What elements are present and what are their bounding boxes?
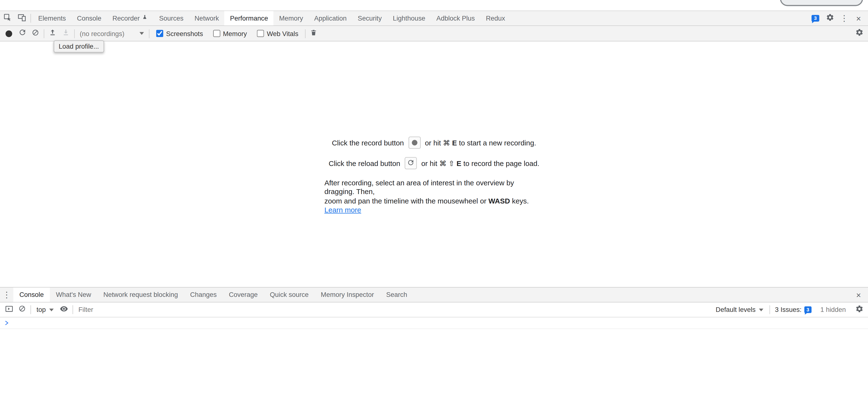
- wasd-keys-text: WASD: [489, 197, 510, 205]
- tab-label: Memory Inspector: [321, 291, 374, 299]
- clear-recordings-button[interactable]: [29, 27, 42, 40]
- tab-adblock-plus[interactable]: Adblock Plus: [431, 11, 480, 25]
- load-profile-button[interactable]: [46, 27, 59, 40]
- key-glyph: E: [457, 159, 461, 167]
- capture-settings-button[interactable]: [852, 27, 866, 40]
- tab-sources[interactable]: Sources: [154, 11, 189, 25]
- tab-memory[interactable]: Memory: [274, 11, 309, 25]
- inspect-element-button[interactable]: [0, 11, 14, 25]
- console-sidebar-button[interactable]: [2, 303, 16, 316]
- clear-console-button[interactable]: [16, 303, 29, 316]
- tab-label: Elements: [38, 14, 66, 22]
- more-options-button[interactable]: ⋮: [837, 11, 851, 25]
- overflow-dots-icon: ⋮: [2, 290, 11, 300]
- inline-record-button[interactable]: [408, 137, 421, 149]
- inline-reload-button[interactable]: [405, 157, 417, 169]
- checkbox-label: Web Vitals: [267, 30, 299, 37]
- divider: [305, 29, 305, 38]
- drawer-tab-whats-new[interactable]: What's New: [50, 288, 97, 302]
- issues-bubble-icon: 3: [812, 15, 819, 22]
- console-filter-input[interactable]: [74, 306, 711, 313]
- learn-more-link[interactable]: Learn more: [324, 206, 361, 214]
- device-toolbar-button[interactable]: [14, 11, 29, 25]
- context-value: top: [37, 306, 46, 313]
- tab-label: Application: [314, 14, 347, 22]
- hidden-messages-label: 1 hidden: [820, 306, 846, 313]
- record-and-reload-button[interactable]: [16, 27, 29, 40]
- hint-text: Click the reload button: [329, 159, 400, 167]
- drawer-tab-console[interactable]: Console: [13, 288, 50, 302]
- screenshots-checkbox[interactable]: [156, 30, 163, 37]
- tab-label: Performance: [230, 14, 268, 22]
- tab-network[interactable]: Network: [189, 11, 224, 25]
- tab-security[interactable]: Security: [352, 11, 387, 25]
- tab-label: Adblock Plus: [436, 14, 475, 22]
- experiment-flask-icon: [142, 14, 148, 22]
- drawer-tab-quick-source[interactable]: Quick source: [264, 288, 315, 302]
- tab-console[interactable]: Console: [71, 11, 107, 25]
- memory-checkbox-group[interactable]: Memory: [213, 30, 247, 37]
- tab-performance[interactable]: Performance: [224, 11, 274, 25]
- drawer-tab-changes[interactable]: Changes: [184, 288, 223, 302]
- issues-bubble-icon: 3: [804, 306, 812, 313]
- log-levels-select[interactable]: Default levels: [711, 306, 768, 313]
- drawer-tab-coverage[interactable]: Coverage: [223, 288, 264, 302]
- browser-strip: [0, 0, 868, 10]
- tab-lighthouse[interactable]: Lighthouse: [387, 11, 431, 25]
- close-icon: ×: [856, 290, 861, 300]
- issues-count: 3: [806, 307, 809, 313]
- divider: [31, 14, 31, 23]
- block-icon: [18, 305, 26, 314]
- settings-button[interactable]: [823, 11, 837, 25]
- tab-application[interactable]: Application: [309, 11, 352, 25]
- drawer-tab-network-request-blocking[interactable]: Network request blocking: [97, 288, 184, 302]
- trash-icon: [310, 29, 317, 38]
- javascript-context-select[interactable]: top: [33, 306, 57, 313]
- web-vitals-checkbox[interactable]: [257, 30, 264, 37]
- web-vitals-checkbox-group[interactable]: Web Vitals: [257, 30, 299, 37]
- close-drawer-button[interactable]: ×: [852, 288, 865, 302]
- close-devtools-button[interactable]: ×: [852, 11, 865, 25]
- block-icon: [31, 29, 39, 38]
- gear-icon: [855, 304, 863, 315]
- tab-label: Recorder: [113, 14, 140, 22]
- issues-counter-button[interactable]: 3: [809, 11, 822, 25]
- drawer-tab-search[interactable]: Search: [380, 288, 413, 302]
- tab-label: Quick source: [270, 291, 309, 299]
- record-button[interactable]: [2, 27, 16, 40]
- tab-label: Sources: [159, 14, 184, 22]
- issues-count: 3: [814, 15, 817, 21]
- overflow-dots-icon: ⋮: [840, 13, 848, 23]
- tab-redux[interactable]: Redux: [480, 11, 510, 25]
- load-profile-tooltip: Load profile...: [54, 40, 104, 53]
- drawer-more-tools-button[interactable]: ⋮: [0, 288, 13, 302]
- console-prompt[interactable]: [0, 317, 868, 329]
- record-hint-row: Click the record button or hit ⌘ E to st…: [332, 137, 536, 149]
- console-toolbar: top Default levels 3 Issues: 3 1 hidden: [0, 302, 868, 317]
- issues-link[interactable]: 3 Issues: 3: [772, 306, 815, 313]
- tooltip-text: Load profile...: [59, 42, 99, 50]
- issues-label: 3 Issues:: [775, 306, 802, 313]
- memory-checkbox[interactable]: [213, 30, 220, 37]
- shift-key-glyph: ⇧: [448, 159, 455, 167]
- reload-icon: [18, 28, 26, 39]
- divider: [74, 29, 74, 38]
- delete-recording-button[interactable]: [307, 27, 320, 40]
- drawer-tab-memory-inspector[interactable]: Memory Inspector: [315, 288, 380, 302]
- tab-elements[interactable]: Elements: [33, 11, 71, 25]
- download-arrow-icon: [62, 29, 70, 38]
- levels-value: Default levels: [716, 306, 755, 313]
- save-profile-button[interactable]: [59, 27, 73, 40]
- screenshots-checkbox-group[interactable]: Screenshots: [156, 30, 203, 37]
- recordings-select[interactable]: (no recordings): [76, 30, 147, 37]
- divider: [149, 29, 149, 38]
- tab-recorder[interactable]: Recorder: [107, 11, 154, 25]
- drawer-tabs: Console What's New Network request block…: [13, 288, 413, 302]
- live-expression-button[interactable]: [57, 303, 71, 316]
- divider: [31, 305, 31, 314]
- tab-label: What's New: [56, 291, 91, 299]
- tab-label: Coverage: [229, 291, 258, 299]
- console-settings-button[interactable]: [852, 303, 866, 316]
- popup-fragment: [780, 0, 863, 6]
- tab-label: Search: [386, 291, 407, 299]
